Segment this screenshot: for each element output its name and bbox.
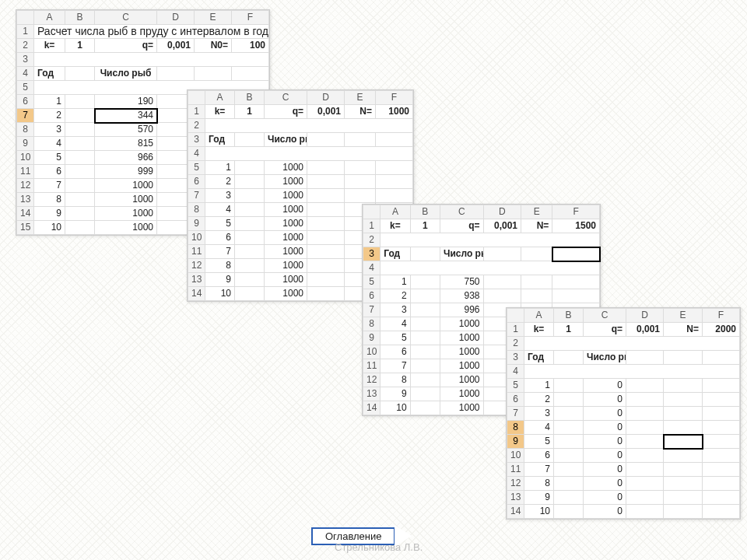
col-fishcount: Число рыб	[95, 67, 157, 81]
spreadsheet-4: ABC DEF 1 k=1 q=0,001 N=2000 2 3 ГодЧисл…	[506, 307, 741, 520]
selected-cell[interactable]: 344	[95, 109, 157, 123]
col-year: Год	[34, 67, 65, 81]
sheet-title: Расчет числа рыб в пруду с интервалом в …	[34, 25, 269, 39]
selected-cell[interactable]	[664, 435, 703, 449]
selected-cell[interactable]	[552, 247, 600, 261]
col-headers: ABC DEF	[17, 11, 269, 25]
credit-text: Стрельникова Л.В.	[335, 541, 423, 553]
